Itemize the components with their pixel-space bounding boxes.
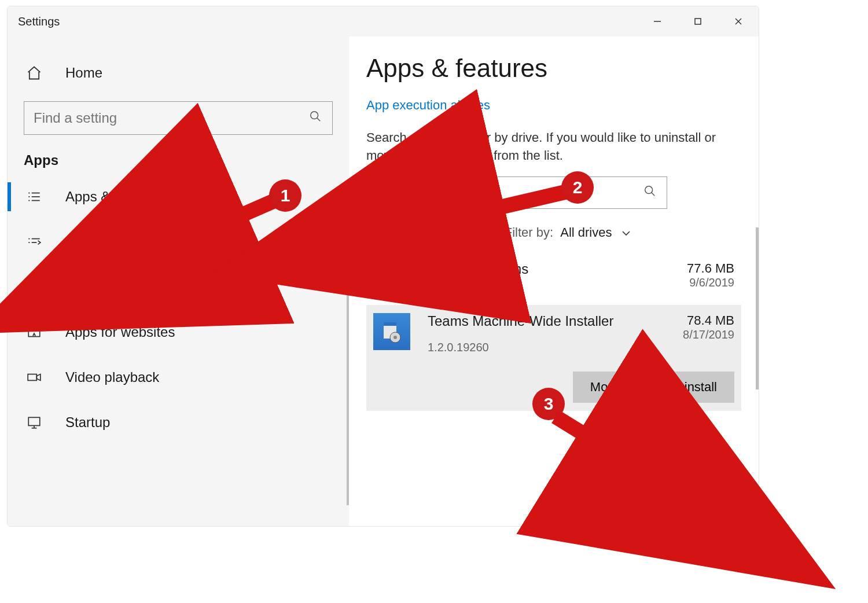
app-name: Teams Machine-Wide Installer [428,313,683,329]
sidebar-category: Apps [8,150,349,174]
video-icon [24,370,45,385]
app-meta: 78.4 MB 8/17/2019 [683,313,734,341]
window-title: Settings [18,15,60,28]
svg-line-5 [317,118,321,122]
sidebar-item-label: Default apps [65,234,144,250]
sidebar-item-label: Video playback [65,369,159,385]
app-info: Microsoft Teams [428,261,687,280]
sort-value: Name [417,225,451,240]
sidebar-home[interactable]: Home [8,50,349,95]
apps-search[interactable] [366,177,667,209]
chevron-down-icon [621,225,631,240]
svg-marker-21 [36,374,41,381]
app-name: Microsoft Teams [428,261,687,277]
app-size: 77.6 MB [687,261,734,276]
svg-rect-1 [695,19,701,24]
app-info: Teams Machine-Wide Installer 1.2.0.19260 [428,313,683,354]
list-icon [24,189,45,204]
sidebar-item-label: Apps & features [65,189,164,205]
svg-point-4 [311,112,318,119]
minimize-icon [653,17,662,26]
app-row-teams[interactable]: T Microsoft Teams 77.6 MB 9/6/2019 [366,254,741,305]
main-scrollbar[interactable] [756,227,759,389]
app-meta: 77.6 MB 9/6/2019 [687,261,734,289]
search-icon [309,110,322,126]
chevron-down-icon [461,225,470,240]
uninstall-button[interactable]: Uninstall [651,372,734,403]
filter-value: All drives [560,225,612,240]
sidebar-search[interactable] [24,101,333,135]
svg-point-34 [393,336,397,339]
filter-by-control[interactable]: Filter by: All drives [505,225,631,240]
app-version: 1.2.0.19260 [428,341,683,354]
minimize-button[interactable] [637,6,678,36]
maximize-icon [693,17,703,26]
sidebar-item-label: Apps for websites [65,324,175,340]
maximize-button[interactable] [678,6,718,36]
svg-text:T: T [384,274,389,284]
page-title: Apps & features [366,54,741,83]
svg-line-26 [652,192,655,196]
sidebar-item-startup[interactable]: Startup [8,400,349,445]
link-app-execution-aliases[interactable]: App execution aliases [366,98,741,113]
app-size: 78.4 MB [683,313,734,328]
teams-app-icon: T [373,261,410,298]
installer-app-icon [373,313,410,350]
svg-point-25 [645,186,653,193]
close-icon [734,17,743,26]
page-description: Search, sort, and filter by drive. If yo… [366,129,725,165]
window-controls [637,6,759,36]
titlebar: Settings [8,6,759,36]
app-date: 8/17/2019 [683,328,734,341]
sidebar-item-apps-websites[interactable]: Apps for websites [8,310,349,355]
sort-filter-row: Sort by: Name Filter by: All drives [366,225,741,240]
sidebar-item-default-apps[interactable]: Default apps [8,219,349,264]
svg-rect-20 [28,374,36,381]
sidebar-item-offline-maps[interactable]: Offline maps [8,264,349,310]
home-icon [24,65,45,81]
sidebar-item-label: Startup [65,414,110,431]
sidebar-home-label: Home [65,65,102,81]
sidebar-item-label: Offline maps [65,279,143,295]
websites-icon [24,325,45,340]
settings-window: Settings Home [7,6,759,527]
annotation-badge-3: 3 [532,388,565,420]
content: Home Apps Apps & features Default ap [8,36,759,526]
startup-icon [24,415,45,430]
defaults-icon [24,234,45,249]
apps-search-input[interactable] [367,185,643,201]
svg-rect-32 [384,322,396,326]
map-icon [24,280,45,295]
close-button[interactable] [718,6,759,36]
sort-label: Sort by: [366,225,410,240]
annotation-badge-1: 1 [269,179,301,212]
main-pane: Apps & features App execution aliases Se… [349,36,759,526]
svg-rect-30 [393,278,401,286]
modify-button[interactable]: Modify [573,372,645,403]
svg-rect-22 [28,417,40,425]
sidebar-search-input[interactable] [24,110,309,126]
svg-point-29 [393,272,399,278]
search-icon [643,185,656,201]
sort-by-control[interactable]: Sort by: Name [366,225,470,240]
app-date: 9/6/2019 [687,276,734,289]
sidebar-item-video-playback[interactable]: Video playback [8,355,349,400]
svg-rect-19 [28,328,40,336]
filter-label: Filter by: [505,225,553,240]
sidebar: Home Apps Apps & features Default ap [8,36,349,526]
annotation-badge-2: 2 [561,171,594,204]
